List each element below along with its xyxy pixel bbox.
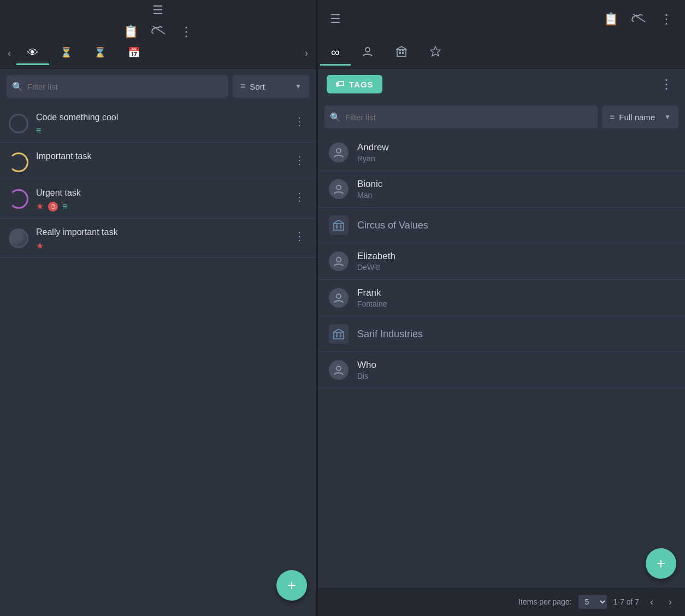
contact-item-frank[interactable]: Frank Fontaine: [318, 280, 685, 316]
tags-more-button[interactable]: ⋮: [657, 73, 676, 95]
task-circle-4: [9, 228, 28, 248]
svg-point-23: [336, 366, 341, 371]
prev-tab-button-left[interactable]: ‹: [2, 43, 16, 63]
tab-star-right[interactable]: [418, 41, 452, 66]
svg-rect-13: [340, 226, 341, 228]
contact-avatar-circus: [329, 215, 349, 235]
task-item-1[interactable]: Code something cool ≡ ⋮: [0, 104, 316, 143]
star-tab-icon: [429, 45, 441, 60]
task-title-2: Important task: [36, 151, 284, 161]
hamburger-menu-button-right[interactable]: ☰: [327, 9, 344, 30]
task-content-3: Urgent task ★ ⏱ ≡: [36, 188, 284, 212]
task-title-3: Urgent task: [36, 188, 284, 198]
items-per-page-select[interactable]: 5 10 25: [578, 595, 607, 609]
task-content-1: Code something cool ≡: [36, 113, 284, 136]
contact-avatar-bionic: [329, 179, 349, 199]
task-item-2[interactable]: Important task ⋮: [0, 143, 316, 179]
tab-calendar-left[interactable]: 📅: [117, 42, 151, 64]
pagination-range: 1-7 of 7: [613, 597, 639, 606]
sort-label-right: Full name: [619, 113, 655, 122]
svg-rect-20: [340, 335, 341, 337]
contact-item-circus[interactable]: Circus of Values: [318, 208, 685, 243]
contact-sub-elizabeth: DeWitt: [357, 263, 674, 272]
eye-icon: 👁: [27, 46, 38, 59]
tab-building-right[interactable]: [385, 41, 418, 66]
contact-item-sarif[interactable]: Sarif Industries: [318, 316, 685, 352]
contact-item-andrew[interactable]: Andrew Ryan: [318, 134, 685, 171]
contact-avatar-elizabeth: [329, 251, 349, 271]
contact-item-who[interactable]: Who Dis: [318, 352, 685, 389]
contact-name-elizabeth: Elizabeth: [357, 251, 674, 262]
contact-name-who: Who: [357, 360, 674, 371]
more-icon-right: ⋮: [660, 11, 673, 27]
contact-sub-andrew: Ryan: [357, 154, 674, 163]
tab-eye-left[interactable]: 👁: [16, 42, 49, 65]
contact-info-who: Who Dis: [357, 360, 674, 380]
infinity-icon: ∞: [331, 45, 340, 60]
tab-infinity-right[interactable]: ∞: [320, 41, 351, 66]
hamburger-icon-right: ☰: [330, 12, 341, 26]
task-more-button-4[interactable]: ⋮: [292, 227, 307, 245]
contact-item-elizabeth[interactable]: Elizabeth DeWitt: [318, 243, 685, 280]
cloud-off-icon-right: [631, 13, 647, 26]
task-title-4: Really important task: [36, 227, 284, 237]
cloud-off-button-right[interactable]: [628, 9, 650, 30]
svg-rect-21: [336, 333, 338, 335]
contact-info-elizabeth: Elizabeth DeWitt: [357, 251, 674, 272]
svg-point-9: [336, 149, 341, 153]
chevron-left-icon-left: ‹: [8, 48, 11, 59]
plus-icon-right: +: [657, 555, 665, 572]
chevron-right-icon-left: ›: [305, 48, 308, 59]
contact-name-frank: Frank: [357, 288, 674, 298]
contact-info-circus: Circus of Values: [357, 220, 674, 231]
task-item-4[interactable]: Really important task ★ ⋮: [0, 219, 316, 258]
sort-label-left: Sort: [250, 82, 265, 91]
task-icons-4: ★: [36, 240, 284, 251]
clipboard-icon-right: 📋: [604, 12, 618, 26]
tab-hourglass1-left[interactable]: ⏳: [49, 42, 83, 64]
add-task-fab[interactable]: +: [276, 570, 307, 601]
contact-avatar-frank: [329, 288, 349, 308]
search-input-wrap-right: 🔍: [324, 105, 598, 128]
contact-name-circus: Circus of Values: [357, 220, 674, 231]
sort-button-left[interactable]: ≡ Sort ▼: [233, 75, 309, 98]
tab-hourglass2-left[interactable]: ⌛: [83, 42, 117, 64]
tab-person-right[interactable]: [351, 41, 385, 66]
more-menu-button-right[interactable]: ⋮: [657, 8, 676, 30]
contact-info-bionic: Bionic Man: [357, 179, 674, 200]
task-circle-1: [9, 114, 28, 133]
contact-avatar-andrew: [329, 143, 349, 162]
contact-name-andrew: Andrew: [357, 142, 674, 153]
contact-name-bionic: Bionic: [357, 179, 674, 190]
task-more-button-3[interactable]: ⋮: [292, 188, 307, 206]
task-item-3[interactable]: Urgent task ★ ⏱ ≡ ⋮: [0, 179, 316, 219]
contact-name-sarif: Sarif Industries: [357, 328, 674, 340]
filter-input-right[interactable]: [345, 113, 592, 122]
add-contact-fab[interactable]: +: [646, 548, 676, 579]
task-content-4: Really important task ★: [36, 227, 284, 251]
filter-input-left[interactable]: [27, 82, 223, 91]
sort-chevron-left: ▼: [295, 83, 302, 90]
next-tab-button-left[interactable]: ›: [299, 43, 314, 63]
pagination-prev-button[interactable]: ‹: [646, 594, 658, 610]
task-title-1: Code something cool: [36, 113, 284, 122]
search-input-wrap-left: 🔍: [7, 75, 228, 98]
contact-item-bionic[interactable]: Bionic Man: [318, 171, 685, 208]
sort-button-right[interactable]: ≡ Full name ▼: [602, 105, 678, 128]
hamburger-menu-button[interactable]: ☰: [149, 0, 167, 21]
svg-rect-22: [340, 333, 341, 335]
tags-more-icon: ⋮: [660, 77, 673, 92]
star-icon-4: ★: [36, 240, 44, 251]
cloud-off-icon-left: [151, 25, 167, 39]
contact-avatar-who: [329, 360, 349, 380]
sort-chevron-right: ▼: [664, 113, 671, 121]
svg-point-17: [336, 294, 341, 298]
tags-button[interactable]: 🏷 TAGS: [327, 75, 382, 93]
contacts-list: Andrew Ryan Bionic Man: [318, 134, 685, 588]
pagination-next-button[interactable]: ›: [664, 594, 676, 610]
task-more-button-1[interactable]: ⋮: [292, 113, 307, 130]
task-more-button-2[interactable]: ⋮: [292, 151, 307, 169]
clipboard-button-right[interactable]: 📋: [600, 9, 622, 30]
clock-icon-3: ⏱: [48, 202, 58, 212]
sort-icon-right: ≡: [610, 112, 615, 122]
